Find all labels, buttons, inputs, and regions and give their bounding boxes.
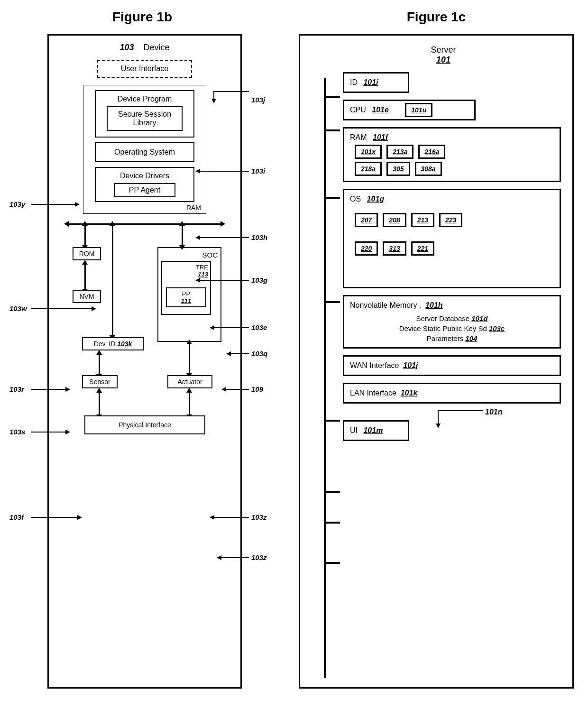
ui-label: UI [350,426,358,435]
ram-item-308a: 308a [415,162,442,176]
tre-ref: 113 [198,271,208,278]
secure-session-library-box: Secure Session Library [107,106,183,131]
operating-system-label: Operating System [114,148,175,156]
stub-lan [326,522,340,524]
dev-id-box: Dev. ID 103k [82,337,144,350]
nvmem-block: Nonvolatile Memory . 101h Server Databas… [343,295,561,349]
os-item-313: 313 [383,241,406,256]
nvm-box: NVM [73,290,101,303]
callout-103f: 103f [9,513,24,521]
device-program-label: Device Program [118,95,172,103]
ram-ref: 101f [373,133,388,141]
os-item-223: 223 [439,213,462,227]
pp-box: PP 111 [166,287,206,307]
stub-nvm [326,420,340,422]
nv-line-3: Parameters 104 [350,334,554,342]
ui-block: UI 101m [343,420,409,441]
ram-item-213a: 213a [386,145,413,159]
ram-item-216a: 216a [418,145,445,159]
id-ref: 101i [363,78,378,86]
device-label: Device [144,43,170,52]
tre-label: TRE [196,264,208,271]
bus-actuator-connector [189,343,190,374]
stub-ui [326,562,340,564]
bus-sensor-connector [99,354,100,375]
callout-103w: 103w [9,304,27,313]
user-interface-box: User Interface [97,60,192,78]
server-id-ref: 101 [436,55,450,64]
cpu-label: CPU [350,106,366,114]
callout-103j: 103j [251,96,265,104]
lan-ref: 101k [401,389,418,397]
arrow-103y [31,204,76,205]
callout-103z-1: 103z [251,513,267,521]
actuator-label: Actuator [177,378,202,386]
arrow-103g [199,280,249,281]
nv-line-2: Device Static Public Key Sd 103c [350,324,554,332]
server-bus [324,78,326,678]
arrow-103f [31,517,78,518]
sensor-label: Sensor [89,378,110,386]
pp-ref: 111 [181,297,192,304]
bus-horizontal [68,223,221,225]
stub-id [326,96,340,98]
ram-label: RAM [350,133,367,142]
os-ref: 101g [367,195,384,203]
callout-103e: 103e [251,323,267,331]
arrow-103q [230,353,249,354]
arrow-103h [199,237,249,238]
server-header: Server 101 [329,45,558,65]
os-item-221: 221 [411,241,434,256]
ram-item-101x: 101x [355,145,382,159]
bus-rom-connector [84,225,86,246]
callout-103h: 103h [251,233,267,241]
arrow-103s [31,432,66,433]
actuator-box: Actuator [167,375,212,388]
arrow-101n-h [438,410,483,411]
device-box: 103 Device User Interface Device Program… [47,34,242,689]
os-item-213: 213 [411,213,434,227]
dev-id-ref: 103k [117,340,132,348]
ui-arrow-ref: 101n [485,408,502,416]
secure-session-library-label: Secure Session Library [118,110,171,127]
os-block: OS 101g 207 208 213 223 220 313 221 [343,189,561,288]
soc-label: SOC [161,251,218,259]
lan-block: LAN Interface 101k [343,383,561,404]
ram-label: RAM [186,204,201,212]
server-label: Server [431,45,456,55]
callout-103y: 103y [9,200,25,208]
ram-group: Device Program Secure Session Library Op… [83,85,206,214]
physical-interface-box: Physical Interface [84,415,205,434]
os-label: OS [350,195,361,203]
arrow-103z-2 [220,557,249,558]
bus-nvm-connector [84,264,86,290]
pp-label: PP [182,290,190,297]
id-label: ID [350,78,358,87]
os-item-208: 208 [383,213,406,227]
arrow-101n-v [438,410,439,424]
callout-103s: 103s [9,428,25,436]
operating-system-box: Operating System [95,142,194,162]
ram-item-218a: 218a [355,162,382,176]
stub-cpu [326,129,340,131]
lan-label: LAN Interface [350,389,396,397]
actuator-phys-connector [189,392,190,415]
dev-id-label: Dev. ID [94,340,116,348]
arrow-103r [31,389,66,390]
device-drivers-label: Device Drivers [120,172,169,180]
physical-interface-label: Physical Interface [119,421,171,429]
arrow-103e [213,327,249,328]
os-item-220: 220 [355,241,378,256]
callout-103i: 103i [251,167,265,175]
pp-agent-label: PP Agent [129,186,160,194]
stub-ram [326,197,340,199]
rom-label: ROM [79,250,95,258]
nv-line-1: Server Database 101d [350,314,554,322]
stub-os [326,301,340,303]
os-item-207: 207 [355,213,378,227]
sensor-phys-connector [99,392,100,415]
tre-box: TRE113 PP 111 [161,261,211,315]
device-program-box: Device Program Secure Session Library [95,90,194,138]
wan-label: WAN Interface [350,361,399,369]
id-block: ID 101i [343,72,409,93]
